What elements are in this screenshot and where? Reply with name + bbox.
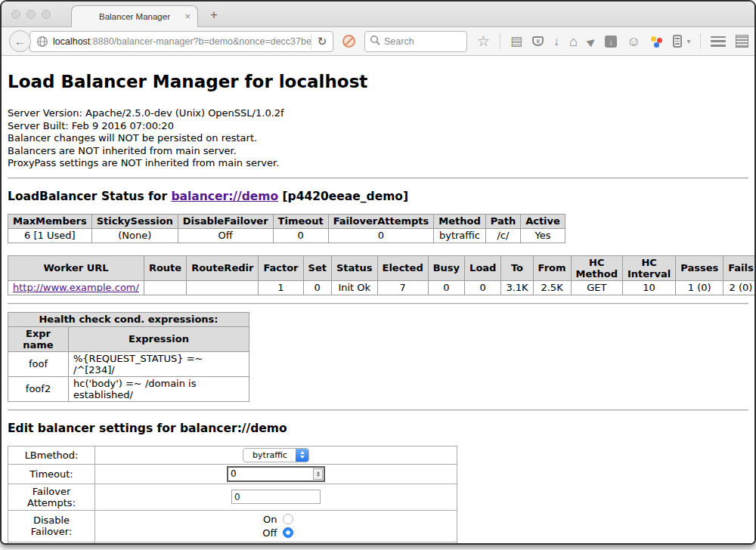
toolbar-icons: ☆ ▤ ∨ ↓ ⌂ ▶ ↓ ☺ ▾ [477, 33, 748, 49]
page-title: Load Balancer Manager for localhost [8, 72, 748, 91]
server-built-line: Server Built: Feb 9 2016 07:00:20 [8, 120, 748, 133]
sticky-session-input[interactable] [98, 544, 361, 545]
server-info: Server Version: Apache/2.5.0-dev (Unix) … [8, 107, 748, 170]
edit-settings-heading: Edit balancer settings for balancer://de… [8, 422, 748, 435]
url-path: :8880/balancer-manager?b=demo&nonce=decc… [90, 36, 311, 47]
worker-url-link[interactable]: http://www.example.com/ [13, 282, 139, 293]
lbmethod-label: LBmethod: [8, 446, 95, 464]
balancer-settings-form: LBmethod: bytraffic Timeout: [8, 446, 457, 545]
disable-failover-label: Disable Failover: [8, 510, 95, 542]
downloads-icon[interactable]: ↓ [553, 36, 559, 48]
close-window-button[interactable] [11, 10, 20, 19]
proxypass-warning-line: ProxyPass settings are NOT inherited fro… [8, 157, 748, 170]
url-host: localhost [53, 36, 90, 47]
divider [8, 178, 748, 179]
grid-extension-icon[interactable] [736, 35, 748, 48]
tab-title: Balancer Manager [99, 12, 170, 21]
table-header-row: Expr name Expression [8, 326, 249, 351]
col-disablefailover: DisableFailover [178, 214, 273, 228]
col-maxmembers: MaxMembers [8, 214, 92, 228]
tab-close-icon[interactable]: × [184, 11, 191, 22]
col-failoverattempts: FailoverAttempts [328, 214, 434, 228]
content-blocked-icon[interactable] [342, 35, 355, 48]
table-header-row: Health check cond. expressions: [8, 312, 249, 326]
reload-button[interactable]: ↻ [311, 35, 333, 48]
bookmark-star-icon[interactable]: ☆ [477, 34, 490, 48]
col-path: Path [485, 214, 520, 228]
status-heading: LoadBalancer Status for balancer://demo … [8, 190, 748, 203]
disable-failover-off-radio[interactable] [283, 527, 293, 538]
form-row-failover: Failover Attempts: [8, 484, 457, 510]
pocket-icon[interactable]: ∨ [532, 36, 544, 46]
lbmethod-select[interactable]: bytraffic [243, 448, 309, 462]
status-heading-prefix: LoadBalancer Status for [8, 190, 171, 203]
globe-icon [36, 36, 48, 48]
col-timeout: Timeout [273, 214, 328, 228]
disable-failover-on-radio[interactable] [283, 514, 293, 524]
search-bar[interactable] [364, 31, 467, 52]
balancer-status-table: MaxMembers StickySession DisableFailover… [8, 214, 565, 243]
extension-download-icon[interactable]: ↓ [605, 36, 617, 48]
tab-balancer-manager[interactable]: Balancer Manager × [71, 5, 198, 27]
status-heading-suffix: [p4420eeae_demo] [278, 190, 408, 203]
balancer-demo-link[interactable]: balancer://demo [171, 190, 278, 203]
select-stepper-icon [296, 449, 308, 462]
persist-warning-line: Balancer changes will NOT be persisted o… [8, 132, 748, 145]
divider [8, 409, 748, 411]
form-row-disable-failover: Disable Failover: On Off [8, 510, 457, 542]
col-expr-name: Expr name [8, 326, 69, 351]
col-expression: Expression [69, 326, 249, 351]
send-tab-icon[interactable]: ▶ [585, 35, 597, 47]
table-header-row: Worker URL Route RouteRedir Factor Set S… [8, 255, 756, 280]
col-stickysession: StickySession [91, 214, 178, 228]
radio-off-label: Off [259, 527, 277, 539]
timeout-input-wrap [227, 466, 325, 482]
divider [8, 303, 748, 304]
failover-attempts-label: Failover Attempts: [8, 484, 95, 510]
zoom-window-button[interactable] [42, 10, 51, 19]
form-row-lbmethod: LBmethod: bytraffic [8, 446, 457, 464]
hc-table-title: Health check cond. expressions: [8, 312, 249, 326]
form-row-sticky: Sticky Session: (Use '-' to delete) [8, 542, 457, 545]
toolbar-separator [700, 33, 701, 49]
search-icon [370, 35, 380, 48]
menu-icon[interactable] [711, 36, 726, 47]
colored-dots-extension-icon[interactable] [650, 36, 663, 48]
toolbar-separator [500, 33, 500, 49]
page-content: Load Balancer Manager for localhost Serv… [2, 56, 754, 544]
balancers-warning-line: Balancers are NOT inherited from main se… [8, 145, 748, 158]
reading-list-icon[interactable]: ▤ [510, 35, 522, 48]
browser-window: Balancer Manager × + ← localhost:8880/ba… [0, 0, 756, 545]
form-row-timeout: Timeout: [8, 464, 457, 484]
container-tab-icon[interactable] [673, 35, 682, 48]
number-spinner-icon[interactable] [313, 468, 323, 480]
feedback-smiley-icon[interactable]: ☺ [627, 35, 640, 48]
url-text[interactable]: localhost:8880/balancer-manager?b=demo&n… [53, 36, 311, 47]
col-active: Active [521, 214, 565, 228]
url-bar[interactable]: localhost:8880/balancer-manager?b=demo&n… [29, 31, 333, 52]
minimize-window-button[interactable] [26, 10, 36, 19]
failover-attempts-input[interactable] [231, 490, 321, 504]
traffic-lights [11, 10, 51, 19]
new-tab-button[interactable]: + [210, 8, 218, 23]
col-worker-url: Worker URL [8, 255, 144, 280]
table-row: foof2 hc('body') =~ /domain is establish… [8, 376, 249, 401]
sticky-session-label: Sticky Session: [8, 542, 95, 545]
radio-on-label: On [259, 514, 277, 525]
home-icon[interactable]: ⌂ [569, 35, 578, 48]
timeout-label: Timeout: [8, 464, 95, 484]
table-header-row: MaxMembers StickySession DisableFailover… [8, 214, 565, 228]
chevron-down-icon[interactable]: ▾ [686, 37, 690, 45]
server-version-line: Server Version: Apache/2.5.0-dev (Unix) … [8, 107, 748, 120]
search-input[interactable] [384, 36, 452, 47]
table-row: foof %{REQUEST_STATUS} =~ /^[234]/ [8, 351, 249, 376]
navigation-toolbar: ← localhost:8880/balancer-manager?b=demo… [2, 27, 754, 56]
timeout-input[interactable] [228, 468, 313, 479]
back-button[interactable]: ← [9, 30, 31, 52]
back-arrow-icon: ← [14, 35, 26, 48]
health-check-table: Health check cond. expressions: Expr nam… [8, 312, 249, 402]
table-row: 6 [1 Used] (None) Off 0 0 bytraffic /c/ … [8, 228, 565, 243]
table-row: http://www.example.com/ 1 0 Init Ok 7 0 … [8, 280, 756, 295]
tab-bar: Balancer Manager × + [2, 2, 754, 27]
worker-table: Worker URL Route RouteRedir Factor Set S… [8, 255, 756, 295]
